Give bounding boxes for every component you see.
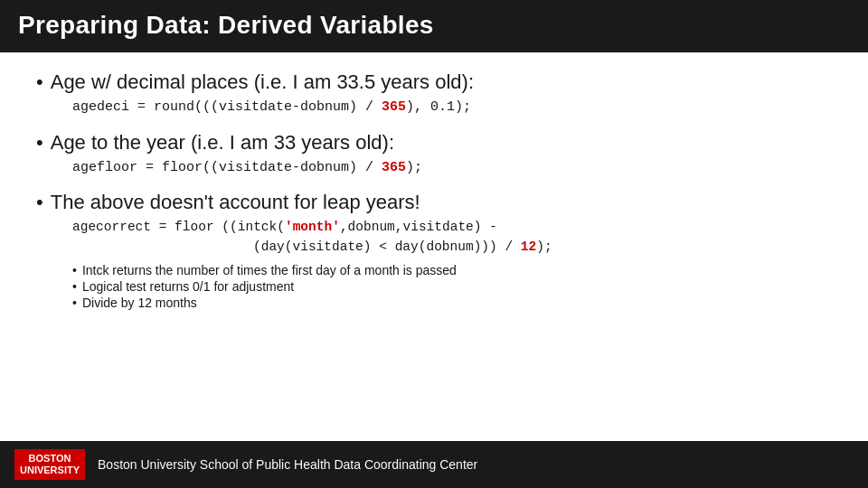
code-3-highlight1: 'month' (285, 220, 340, 234)
bullet-dot-2: • (36, 131, 43, 155)
bullet-text-3: • The above doesn't account for leap yea… (36, 191, 832, 214)
code-3-line1-p1: agecorrect = floor ((intck( (72, 220, 285, 234)
slide-title: Preparing Data: Derived Variables (18, 11, 434, 40)
bullet-text-2: • Age to the year (i.e. I am 33 years ol… (36, 131, 832, 155)
code-1-part1: agedeci = round(((visitdate-dobnum) / (72, 99, 382, 115)
bullet-item-2: • Age to the year (i.e. I am 33 years ol… (36, 131, 832, 179)
code-3-line1: agecorrect = floor ((intck('month',dobnu… (72, 218, 832, 238)
code-2-part2: ); (406, 160, 422, 175)
bullet-item-3: • The above doesn't account for leap yea… (36, 191, 832, 310)
slide: Preparing Data: Derived Variables • Age … (0, 0, 868, 488)
sub-bullets-3: • Intck returns the number of times the … (72, 263, 832, 310)
bu-logo-line2: UNIVERSITY (20, 465, 80, 476)
code-3-line2-p1: (day(visitdate) < day(dobnum))) / (253, 239, 521, 254)
sub-dot-3-1: • (72, 263, 77, 277)
code-block-3: agecorrect = floor ((intck('month',dobnu… (72, 218, 832, 258)
code-1-part2: ), 0.1); (406, 99, 471, 115)
bullet-text-1: • Age w/ decimal places (i.e. I am 33.5 … (36, 70, 832, 94)
code-2-highlight: 365 (382, 160, 406, 175)
code-3-line2: (day(visitdate) < day(dobnum))) / 12); (72, 238, 832, 258)
bullet-label-1: Age w/ decimal places (i.e. I am 33.5 ye… (51, 70, 474, 94)
bullet-label-3: The above doesn't account for leap years… (51, 191, 420, 214)
sub-text-3-3: Divide by 12 months (82, 296, 197, 310)
slide-footer: BOSTON UNIVERSITY Boston University Scho… (0, 441, 868, 488)
sub-text-3-1: Intck returns the number of times the fi… (82, 263, 457, 277)
sub-text-3-2: Logical test returns 0/1 for adjustment (82, 279, 294, 294)
bullet-item-1: • Age w/ decimal places (i.e. I am 33.5 … (36, 70, 832, 118)
sub-dot-3-2: • (72, 279, 77, 294)
code-block-2: agefloor = floor((visitdate-dobnum) / 36… (72, 158, 832, 179)
footer-text: Boston University School of Public Healt… (98, 457, 477, 472)
bu-logo-line1: BOSTON (20, 453, 80, 465)
bu-logo-box: BOSTON UNIVERSITY (14, 449, 85, 480)
sub-bullet-3-2: • Logical test returns 0/1 for adjustmen… (72, 279, 832, 294)
code-3-highlight2: 12 (521, 239, 536, 254)
slide-header: Preparing Data: Derived Variables (0, 0, 868, 52)
code-1-highlight: 365 (382, 99, 406, 115)
bullet-dot-1: • (36, 70, 43, 94)
bu-logo: BOSTON UNIVERSITY (14, 449, 85, 480)
bullet-label-2: Age to the year (i.e. I am 33 years old)… (51, 131, 394, 155)
bullet-dot-3: • (36, 191, 43, 214)
slide-content: • Age w/ decimal places (i.e. I am 33.5 … (0, 52, 868, 441)
sub-bullet-3-1: • Intck returns the number of times the … (72, 263, 832, 277)
code-3-line2-p2: ); (536, 239, 552, 254)
code-2-part1: agefloor = floor((visitdate-dobnum) / (72, 160, 382, 175)
sub-bullet-3-3: • Divide by 12 months (72, 296, 832, 310)
code-3-line1-p2: ,dobnum,visitdate) - (340, 220, 497, 234)
sub-dot-3-3: • (72, 296, 77, 310)
code-block-1: agedeci = round(((visitdate-dobnum) / 36… (72, 98, 832, 118)
